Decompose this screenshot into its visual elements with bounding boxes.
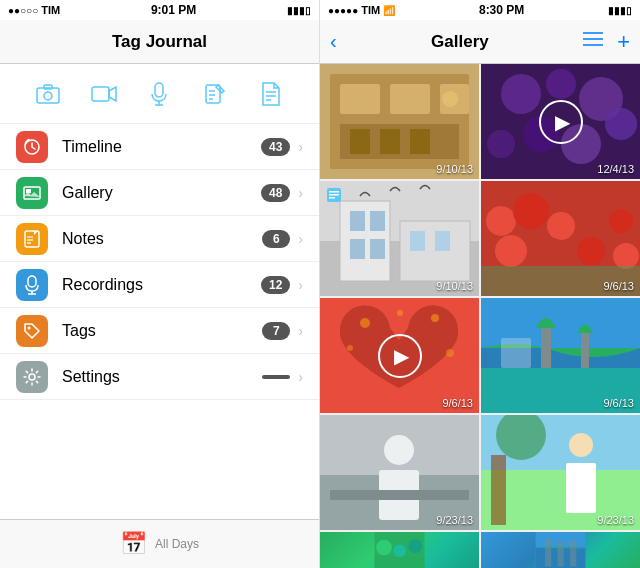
gallery-date-8: 9/23/13 [597, 514, 634, 526]
right-battery: ▮▮▮▯ [608, 5, 632, 16]
svg-point-74 [431, 314, 439, 322]
gallery-date-3: 9/10/13 [436, 280, 473, 292]
notes-label: Notes [62, 230, 262, 248]
list-view-button[interactable] [583, 31, 603, 52]
svg-rect-88 [330, 490, 469, 500]
tags-icon [16, 315, 48, 347]
camera-action-button[interactable] [30, 76, 66, 112]
tags-label: Tags [62, 322, 262, 340]
video-action-button[interactable] [86, 76, 122, 112]
menu-item-notes[interactable]: Notes 6 › [0, 216, 319, 262]
left-carrier-name: TIM [41, 4, 60, 16]
svg-rect-15 [24, 187, 40, 199]
timeline-chevron: › [298, 139, 303, 155]
svg-point-65 [575, 200, 607, 232]
menu-item-timeline[interactable]: Timeline 43 › [0, 124, 319, 170]
svg-point-73 [360, 318, 370, 328]
svg-point-46 [487, 130, 515, 158]
notes-icon [16, 223, 48, 255]
back-button[interactable]: ‹ [330, 30, 337, 53]
timeline-icon [16, 131, 48, 163]
svg-rect-7 [206, 85, 220, 103]
gallery-date-6: 9/6/13 [603, 397, 634, 409]
left-battery: ▮▮▮▯ [287, 5, 311, 16]
svg-rect-35 [350, 129, 370, 154]
all-days-label[interactable]: All Days [155, 537, 199, 551]
gallery-item-6[interactable]: 9/6/13 [481, 298, 640, 413]
gallery-item-1[interactable]: 9/10/13 [320, 64, 479, 179]
svg-rect-56 [435, 231, 450, 251]
mic-action-button[interactable] [141, 76, 177, 112]
doc-icon-3 [326, 187, 342, 207]
menu-item-gallery[interactable]: Gallery 48 › [0, 170, 319, 216]
svg-rect-4 [155, 83, 163, 97]
left-carrier: ●●○○○ TIM [8, 4, 60, 16]
svg-point-24 [28, 326, 31, 329]
svg-point-1 [44, 92, 52, 100]
gallery-item-9[interactable] [320, 532, 479, 568]
svg-rect-60 [329, 197, 335, 199]
gallery-date-4: 9/6/13 [603, 280, 634, 292]
svg-rect-105 [545, 538, 551, 566]
gallery-date-2: 12/4/13 [597, 163, 634, 175]
action-bar [0, 64, 319, 124]
gallery-date-1: 9/10/13 [436, 163, 473, 175]
left-panel: ●●○○○ TIM 9:01 PM ▮▮▮▯ Tag Journal [0, 0, 320, 568]
svg-rect-95 [566, 463, 596, 513]
svg-rect-90 [430, 500, 460, 515]
gallery-item-7[interactable]: 9/23/13 [320, 415, 479, 530]
svg-rect-16 [26, 189, 31, 193]
svg-rect-2 [44, 85, 52, 89]
svg-point-86 [384, 435, 414, 465]
menu-item-tags[interactable]: Tags 7 › [0, 308, 319, 354]
menu-item-recordings[interactable]: Recordings 12 › [0, 262, 319, 308]
svg-rect-58 [329, 191, 339, 193]
svg-point-70 [613, 243, 639, 269]
gallery-grid: 9/10/13 ▶ 12/4/13 [320, 64, 640, 568]
svg-rect-102 [375, 557, 425, 568]
svg-point-41 [546, 69, 576, 99]
svg-rect-89 [340, 500, 370, 515]
play-button-5[interactable]: ▶ [378, 334, 422, 378]
left-nav-bar: Tag Journal [0, 20, 319, 64]
recordings-badge: 12 [261, 276, 290, 294]
gallery-chevron: › [298, 185, 303, 201]
left-nav-title: Tag Journal [112, 32, 207, 52]
tags-chevron: › [298, 323, 303, 339]
gallery-item-4[interactable]: 9/6/13 [481, 181, 640, 296]
settings-chevron: › [298, 369, 303, 385]
svg-point-62 [486, 206, 516, 236]
gallery-item-3[interactable]: 9/10/13 [320, 181, 479, 296]
svg-rect-53 [370, 239, 385, 259]
svg-rect-97 [491, 455, 506, 525]
svg-rect-50 [350, 211, 365, 231]
recordings-label: Recordings [62, 276, 261, 294]
edit-action-button[interactable] [197, 76, 233, 112]
svg-rect-83 [501, 338, 531, 368]
right-nav-title: Gallery [431, 32, 489, 52]
svg-point-63 [513, 193, 549, 229]
recordings-chevron: › [298, 277, 303, 293]
add-button[interactable]: + [617, 29, 630, 55]
settings-label: Settings [62, 368, 262, 386]
svg-point-69 [577, 237, 605, 265]
svg-rect-59 [329, 194, 339, 196]
gallery-item-2[interactable]: ▶ 12/4/13 [481, 64, 640, 179]
timeline-badge: 43 [261, 138, 290, 156]
calendar-tab-icon[interactable]: 📅 [120, 531, 147, 557]
svg-point-94 [569, 433, 593, 457]
play-button-2[interactable]: ▶ [539, 100, 583, 144]
svg-rect-81 [541, 328, 551, 368]
svg-point-25 [29, 374, 35, 380]
doc-action-button[interactable] [253, 76, 289, 112]
gallery-item-8[interactable]: 9/23/13 [481, 415, 640, 530]
right-nav-actions: + [583, 29, 630, 55]
svg-rect-107 [570, 540, 576, 567]
gallery-icon [16, 177, 48, 209]
right-status-bar: ●●●●● TIM 📶 8:30 PM ▮▮▮▯ [320, 0, 640, 20]
menu-item-settings[interactable]: Settings › [0, 354, 319, 400]
gallery-item-10[interactable] [481, 532, 640, 568]
gallery-item-5[interactable]: ▶ 9/6/13 [320, 298, 479, 413]
timeline-label: Timeline [62, 138, 261, 156]
left-tab-bar: 📅 All Days [0, 519, 319, 568]
